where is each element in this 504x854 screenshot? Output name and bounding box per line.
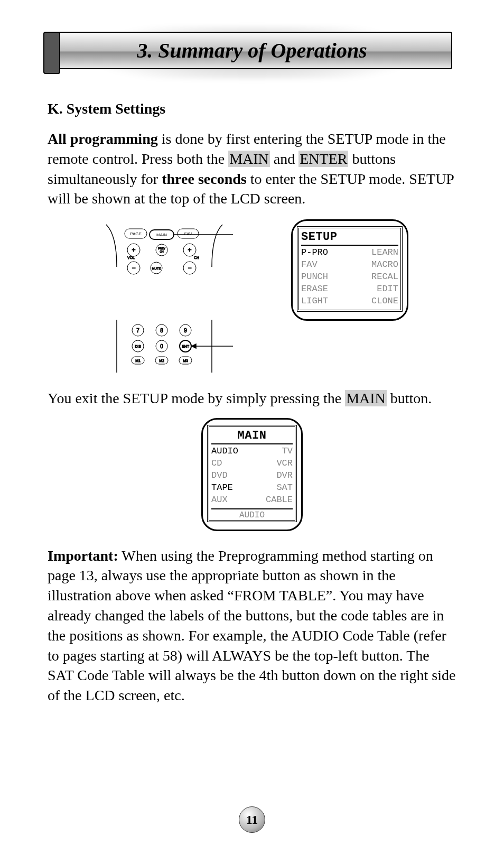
paragraph-1: All programming is done by first enterin…: [48, 129, 456, 209]
lcd-cell: LEARN: [371, 247, 398, 259]
svg-text:7: 7: [136, 328, 139, 333]
page-number: 11: [239, 806, 265, 833]
btn-page: PAGE: [130, 231, 142, 236]
title-bar: 3. Summary of Operations: [52, 32, 452, 69]
btn-fav: FAV: [184, 231, 192, 236]
setup-lcd-title: SETUP: [301, 230, 398, 246]
main-lcd-grid: AUDIOTV CDVCR DVDDVR TAPESAT AUXCABLE: [211, 444, 293, 508]
svg-text:ENT: ENT: [182, 345, 190, 348]
para2-t1: You exit the SETUP mode by simply pressi…: [48, 390, 345, 406]
lcd-cell: TV: [282, 445, 293, 458]
setup-lcd-grid: P-PROLEARN FAVMACRO PUNCHRECAL ERASEEDIT…: [301, 246, 398, 310]
lcd-cell: P-PRO: [301, 247, 328, 259]
lcd-cell: TAPE: [211, 482, 233, 494]
lcd-cell: CABLE: [266, 494, 293, 506]
lcd-cell: AUX: [211, 494, 228, 506]
para3-body: When using the Preprogramming method sta…: [48, 547, 455, 704]
lcd-cell: DVR: [276, 470, 293, 482]
lcd-cell: EDIT: [377, 283, 398, 295]
lcd-cell: SAT: [276, 482, 293, 494]
paragraph-2: You exit the SETUP mode by simply pressi…: [48, 388, 456, 409]
para1-hl-main: MAIN: [228, 151, 270, 167]
page-number-wrap: 11: [0, 806, 504, 833]
lcd-cell: LIGHT: [301, 295, 328, 308]
para1-t2: and: [270, 151, 298, 167]
svg-text:8: 8: [160, 328, 163, 333]
lcd-cell: PUNCH: [301, 271, 328, 283]
main-lcd-title: MAIN: [211, 429, 293, 444]
svg-text:CH: CH: [194, 256, 199, 259]
para1-bold2: three seconds: [162, 171, 246, 187]
chapter-title-text: 3. Summary of Operations: [137, 39, 367, 62]
svg-text:MUTE: MUTE: [152, 267, 161, 270]
remote-illustration: PAGE MAIN FAV + VOL − PREVCH MUTE + CH −: [96, 219, 233, 378]
svg-text:VOL: VOL: [127, 256, 135, 259]
setup-lcd: SETUP P-PROLEARN FAVMACRO PUNCHRECAL ERA…: [291, 219, 408, 321]
lcd-cell: ERASE: [301, 283, 328, 295]
lcd-cell: RECAL: [371, 271, 398, 283]
para1-hl-enter: ENTER: [298, 151, 348, 167]
setup-lcd-inner: SETUP P-PROLEARN FAVMACRO PUNCHRECAL ERA…: [297, 226, 403, 312]
lcd-cell: MACRO: [371, 259, 398, 271]
title-cap-left: [43, 32, 60, 74]
svg-text:CH: CH: [160, 250, 164, 253]
lcd-cell: CLONE: [371, 295, 398, 308]
svg-text:+: +: [188, 246, 191, 254]
figure-row-1: PAGE MAIN FAV + VOL − PREVCH MUTE + CH −: [48, 219, 456, 378]
page: 3. Summary of Operations K. System Setti…: [0, 0, 504, 854]
lcd-cell: VCR: [276, 458, 293, 470]
chapter-title-bar: 3. Summary of Operations: [48, 32, 456, 74]
svg-text:M1: M1: [135, 359, 141, 363]
svg-marker-36: [192, 344, 196, 348]
para2-t2: button.: [387, 390, 432, 406]
lcd-cell: FAV: [301, 259, 318, 271]
svg-text:M3: M3: [183, 359, 188, 363]
main-lcd: MAIN AUDIOTV CDVCR DVDDVR TAPESAT AUXCAB…: [201, 418, 303, 531]
para3-lead: Important:: [48, 547, 118, 564]
svg-text:−: −: [188, 264, 191, 272]
svg-text:−: −: [132, 264, 135, 272]
main-lcd-inner: MAIN AUDIOTV CDVCR DVDDVR TAPESAT AUXCAB…: [207, 425, 297, 522]
svg-text:M2: M2: [159, 359, 164, 363]
para2-hl-main: MAIN: [345, 390, 387, 406]
svg-text:9: 9: [184, 328, 187, 333]
para1-lead: All programming: [48, 131, 158, 147]
paragraph-3: Important: When using the Preprogramming…: [48, 546, 456, 706]
btn-main: MAIN: [156, 233, 167, 237]
svg-text:+: +: [132, 246, 135, 254]
lcd-cell: DVD: [211, 470, 228, 482]
section-heading: K. System Settings: [48, 100, 456, 117]
svg-text:0: 0: [160, 344, 163, 349]
lcd-cell: CD: [211, 458, 222, 470]
lcd-cell: AUDIO: [211, 445, 238, 458]
figure-row-2: MAIN AUDIOTV CDVCR DVDDVR TAPESAT AUXCAB…: [48, 418, 456, 531]
svg-text:DIS: DIS: [135, 345, 141, 348]
main-lcd-footer: AUDIO: [211, 508, 293, 520]
